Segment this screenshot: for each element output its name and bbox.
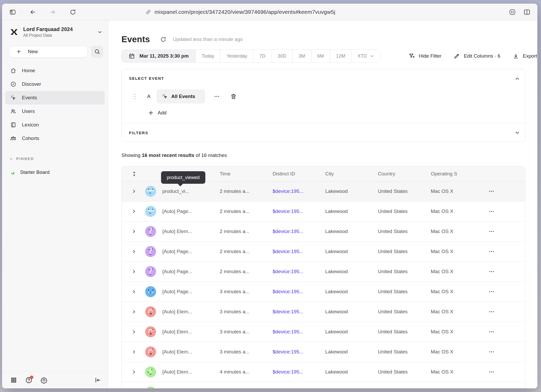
country-value: United States [372, 209, 425, 214]
hide-filter-button[interactable]: Hide Filter [408, 53, 441, 59]
expand-row-chevron-icon[interactable] [122, 329, 139, 335]
more-options-icon[interactable] [213, 93, 220, 100]
range-30d[interactable]: 30D [272, 50, 293, 62]
row-actions-icon[interactable] [477, 208, 525, 215]
table-row[interactable]: [Auto] Page...3 minutes a...$device:195.… [122, 282, 525, 302]
distinct-id-link[interactable]: $device:195... [266, 188, 319, 194]
new-button[interactable]: New [9, 46, 88, 58]
range-6m[interactable]: 6M [311, 50, 330, 62]
expand-row-chevron-icon[interactable] [122, 369, 139, 375]
sidebar-item-users[interactable]: Users [5, 105, 105, 118]
distinct-id-link[interactable]: $device:195... [266, 229, 319, 234]
table-row[interactable]: [Auto] Elem...2 minutes a...$device:195.… [122, 222, 525, 242]
column-header-operating-s[interactable]: Operating S [425, 171, 477, 177]
table-row[interactable]: [Auto] Elem...4 minutes a...$device:195.… [122, 362, 525, 382]
refresh-icon[interactable] [159, 36, 167, 43]
distinct-id-link[interactable]: $device:195... [266, 249, 319, 254]
distinct-id-link[interactable]: $device:195... [266, 309, 319, 315]
edit-columns-button[interactable]: Edit Columns · 6 [453, 53, 500, 59]
event-time: 2 minutes a... [213, 188, 266, 194]
browser-nav-controls [9, 4, 76, 20]
expand-row-chevron-icon[interactable] [122, 289, 139, 295]
row-actions-icon[interactable] [477, 328, 525, 335]
column-header-time[interactable]: Time [213, 171, 266, 177]
workspace-switcher[interactable]: Lord Farquaad 2024 All Project Data [9, 26, 103, 38]
trash-icon[interactable] [230, 93, 237, 100]
row-actions-icon[interactable] [477, 348, 525, 355]
sidebar-item-events[interactable]: Events [5, 91, 105, 105]
row-actions-icon[interactable] [477, 268, 525, 275]
distinct-id-link[interactable]: $device:195... [266, 369, 319, 375]
pinned-section-header[interactable]: PINNED [9, 157, 108, 161]
table-row[interactable]: [Auto] Elem...3 minutes a...$device:195.… [122, 322, 525, 342]
range-xtd[interactable]: XTD [352, 50, 380, 62]
row-actions-icon[interactable] [477, 288, 525, 295]
expand-row-chevron-icon[interactable] [122, 269, 139, 274]
sidebar-toggle-icon[interactable] [9, 8, 16, 16]
row-actions-icon[interactable] [477, 308, 525, 315]
split-view-icon[interactable] [523, 8, 531, 16]
range-yesterday[interactable]: Yesterday [220, 50, 253, 62]
distinct-id-link[interactable]: $device:195... [266, 329, 319, 335]
table-row[interactable]: [Auto] Elem...3 minutes a...$device:195.… [122, 342, 525, 362]
column-header-country[interactable]: Country [372, 171, 425, 177]
page-settings-icon[interactable] [509, 8, 516, 16]
reload-icon[interactable] [69, 8, 76, 16]
range-label: 30D [278, 53, 286, 59]
range-7d[interactable]: 7D [254, 50, 272, 62]
range-label: XTD [358, 53, 367, 59]
date-picker-button[interactable]: Mar 11, 2025 3:30 pm [122, 50, 196, 62]
url-text: mixpanel.com/project/3472420/view/397469… [155, 9, 335, 15]
row-actions-icon[interactable] [477, 188, 525, 195]
row-actions-icon[interactable] [477, 248, 525, 255]
collapse-sidebar-icon[interactable] [94, 376, 102, 384]
sidebar-item-cohorts[interactable]: Cohorts [5, 132, 105, 145]
back-icon[interactable] [29, 8, 36, 16]
search-button[interactable] [91, 46, 103, 58]
expand-row-chevron-icon[interactable] [122, 209, 139, 214]
range-today[interactable]: Today [196, 50, 220, 62]
expand-row-chevron-icon[interactable] [122, 229, 139, 234]
expand-row-chevron-icon[interactable] [122, 309, 139, 315]
table-row[interactable]: [Auto] Page...2 minutes a...$device:195.… [122, 242, 525, 262]
table-row[interactable] [122, 382, 525, 388]
expand-row-chevron-icon[interactable] [122, 188, 139, 194]
gear-icon[interactable] [40, 376, 48, 384]
export-button[interactable]: Export [512, 53, 537, 59]
row-actions-icon[interactable] [477, 228, 525, 235]
distinct-id-link[interactable]: $device:195... [266, 349, 319, 355]
city-value: Lakewood [319, 188, 372, 194]
chevron-down-icon[interactable] [514, 130, 520, 136]
expand-row-chevron-icon[interactable] [122, 349, 139, 355]
column-header-distinct-id[interactable]: Distinct ID [266, 171, 319, 177]
sidebar-item-lexicon[interactable]: Lexicon [5, 118, 105, 132]
range-3m[interactable]: 3M [293, 50, 311, 62]
help-icon[interactable] [25, 376, 33, 384]
event-time: 3 minutes a... [213, 349, 266, 355]
event-selector-pill[interactable]: All Events [157, 89, 205, 103]
table-row[interactable]: [Auto] Page...2 minutes a...$device:195.… [122, 262, 525, 282]
apps-grid-icon[interactable] [10, 376, 17, 384]
distinct-id-link[interactable]: $device:195... [266, 269, 319, 274]
row-actions-icon[interactable] [477, 369, 525, 375]
address-bar[interactable]: mixpanel.com/project/3472420/view/397469… [145, 4, 335, 20]
collapse-all-rows-icon[interactable] [122, 171, 139, 177]
country-value: United States [372, 309, 425, 315]
distinct-id-link[interactable]: $device:195... [266, 289, 319, 295]
table-row[interactable]: [Auto] Page...2 minutes a...$device:195.… [122, 201, 525, 222]
column-header-city[interactable]: City [319, 171, 372, 177]
forward-icon[interactable] [49, 8, 56, 16]
sidebar-item-discover[interactable]: Discover [5, 77, 105, 91]
results-count: 16 most recent results [142, 152, 194, 158]
range-12m[interactable]: 12M [330, 50, 352, 62]
table-row[interactable]: [Auto] Elem...3 minutes a...$device:195.… [122, 302, 525, 322]
expand-row-chevron-icon[interactable] [122, 249, 139, 254]
event-avatar [139, 366, 156, 377]
sidebar-item-home[interactable]: Home [5, 64, 105, 77]
os-value: Mac OS X [425, 249, 477, 254]
add-event-button[interactable]: Add [148, 108, 167, 118]
drag-handle-icon[interactable] [133, 93, 137, 100]
distinct-id-link[interactable]: $device:195... [266, 209, 319, 214]
chevron-up-icon[interactable] [514, 76, 520, 82]
sidebar-item-starter-board[interactable]: Starter Board [5, 166, 105, 179]
